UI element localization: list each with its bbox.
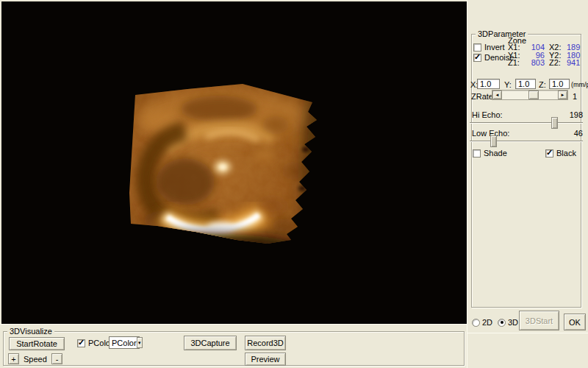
black-label: Black <box>556 149 576 158</box>
invert-label: Invert <box>484 43 505 52</box>
mode-3d-radio[interactable] <box>498 319 506 327</box>
zrate-label: ZRate <box>471 92 493 101</box>
scale-z-label: Z: <box>539 80 546 89</box>
shade-checkbox-row[interactable]: Shade <box>473 149 507 158</box>
preview-button[interactable]: Preview <box>245 353 286 366</box>
capture3d-button[interactable]: 3DCapture <box>184 336 237 350</box>
pcolor-dropdown-value: PColor <box>110 339 137 347</box>
black-checkbox[interactable] <box>545 149 553 158</box>
shade-label: Shade <box>484 149 507 158</box>
scale-z-input[interactable] <box>549 79 570 89</box>
record3d-button[interactable]: Record3D <box>245 336 286 350</box>
scale-unit-label: (mm/p) <box>571 81 588 88</box>
zone-x2-value: 189 <box>567 43 578 52</box>
visualize-group-title: 3DVisualize <box>7 327 54 336</box>
zrate-value: 1 <box>573 92 577 101</box>
low-echo-slider-thumb[interactable] <box>490 135 497 147</box>
scale-y-input[interactable] <box>515 79 536 89</box>
invert-checkbox[interactable] <box>473 43 481 52</box>
zrate-scrollbar-thumb[interactable] <box>528 91 539 99</box>
mode-2d-radio-row[interactable]: 2D <box>472 318 492 327</box>
scale-y-label: Y: <box>504 80 512 89</box>
shade-checkbox[interactable] <box>473 149 481 158</box>
low-echo-value: 46 <box>467 129 583 138</box>
zone-x1-value: 104 <box>521 43 545 52</box>
mode-2d-radio[interactable] <box>472 319 480 327</box>
ok-button[interactable]: OK <box>564 314 586 330</box>
hi-echo-slider-thumb[interactable] <box>551 117 558 129</box>
ultrasound-render <box>1 1 467 324</box>
pcolor-dropdown-arrow-icon[interactable]: ▼ <box>137 337 143 348</box>
render-viewport[interactable] <box>1 1 467 324</box>
zone-x2-label: X2: <box>549 43 567 52</box>
start-rotate-button[interactable]: StartRotate <box>9 337 65 350</box>
black-checkbox-row[interactable]: Black <box>545 149 576 158</box>
speed-minus-button[interactable]: - <box>51 353 62 364</box>
zone-z2-value: 941 <box>567 59 578 67</box>
zrate-left-arrow-icon[interactable]: ◄ <box>492 91 502 99</box>
zone-z1-label: Z1: <box>508 59 521 67</box>
panel-divider <box>467 333 588 333</box>
zone-row-z: Z1: 803 Z2: 941 <box>508 59 578 67</box>
mode-2d-label: 2D <box>482 318 492 327</box>
pcolor-dropdown[interactable]: PColor ▼ <box>109 336 140 349</box>
speed-label: Speed <box>24 355 47 364</box>
speed-plus-button[interactable]: + <box>8 353 19 364</box>
zone-x1-label: X1: <box>508 43 521 52</box>
zone-row-x: X1: 104 X2: 189 <box>508 43 578 52</box>
start3d-button[interactable]: 3DStart <box>519 311 559 330</box>
hi-echo-slider-track[interactable] <box>470 122 583 124</box>
zone-z1-value: 803 <box>521 59 545 67</box>
pcolor-checkbox-row[interactable]: PColor <box>77 339 113 347</box>
invert-checkbox-row[interactable]: Invert <box>473 43 505 52</box>
zrate-right-arrow-icon[interactable]: ► <box>558 91 567 99</box>
zone-values: X1: 104 X2: 189 Y1: 96 Y2: 180 Z1: 803 Z… <box>508 43 578 67</box>
denoise-checkbox[interactable] <box>473 54 481 62</box>
zone-z2-label: Z2: <box>549 59 567 67</box>
mode-3d-radio-row[interactable]: 3D <box>498 318 518 327</box>
visualize-panel: 3DVisualize StartRotate + Speed - PColor… <box>0 324 467 368</box>
scale-x-input[interactable] <box>477 79 500 89</box>
mode-3d-label: 3D <box>508 318 518 327</box>
pcolor-checkbox[interactable] <box>77 339 85 347</box>
parameter-groupbox: 3DParameter <box>471 34 581 308</box>
hi-echo-value: 198 <box>467 110 583 119</box>
zrate-scrollbar[interactable]: ◄ ► <box>492 90 568 100</box>
parameter-panel: 3DParameter Invert Denoise Zone X1: 104 … <box>467 0 588 368</box>
low-echo-slider-track[interactable] <box>470 141 583 142</box>
